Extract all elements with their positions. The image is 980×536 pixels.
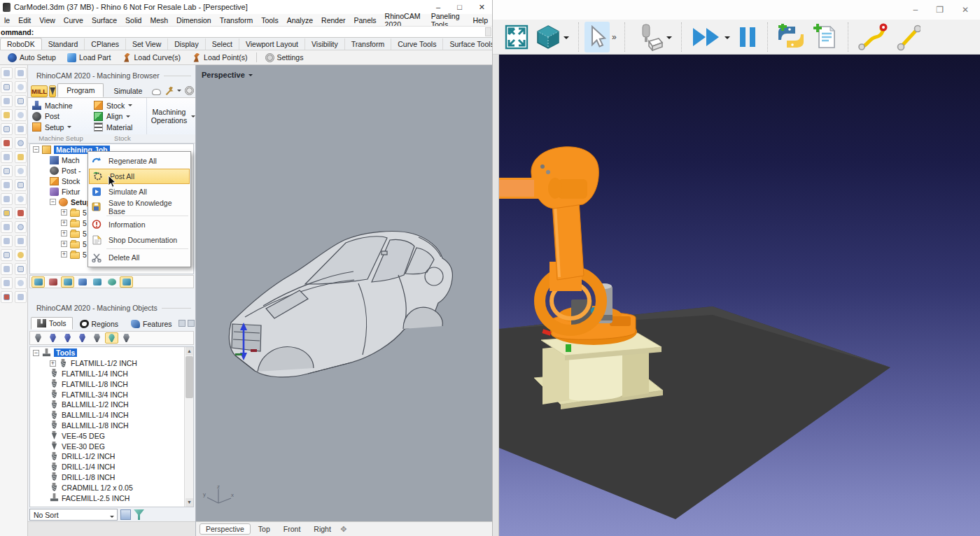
toolbar-tab-viewport-layout[interactable]: Viewport Layout (239, 38, 305, 50)
mill-module-tab[interactable]: MILL (31, 85, 48, 97)
tool-item[interactable]: FLATMILL-1/2 INCH (30, 358, 184, 369)
load-part-button[interactable]: Load Part (62, 52, 116, 63)
rhino-tool-icon[interactable] (15, 81, 27, 93)
collapse-icon[interactable] (33, 350, 39, 356)
select-cursor-button[interactable] (584, 22, 610, 52)
menu-file[interactable]: le (0, 16, 14, 24)
load-points-button[interactable]: Load Point(s) (187, 52, 252, 63)
tab-regions[interactable]: Regions (74, 318, 125, 330)
machining-objects-header[interactable]: RhinoCAM 2020 - Machining Objects (28, 302, 195, 313)
tool-item[interactable]: DRILL-1/4 INCH (30, 462, 184, 472)
tool-action-button[interactable] (31, 332, 45, 344)
tool-action-button[interactable] (105, 332, 118, 344)
material-button[interactable]: Material (94, 122, 146, 132)
collapse-icon[interactable] (50, 199, 56, 205)
rhino-tool-icon[interactable] (1, 81, 13, 93)
settings-button[interactable]: Settings (260, 52, 309, 63)
filter-icon[interactable] (134, 509, 144, 520)
rhino-tool-icon[interactable] (15, 95, 27, 107)
menu-item-simulate-all[interactable]: Simulate All (88, 184, 190, 199)
tool-item[interactable]: BALLMILL-1/8 INCH (30, 421, 184, 431)
rhino-tool-icon[interactable] (1, 235, 13, 247)
car-model-wireframe[interactable] (196, 65, 491, 521)
command-input[interactable]: ommand: (0, 26, 492, 38)
rhino-tool-icon[interactable] (1, 95, 13, 107)
tool-action-button[interactable] (46, 332, 59, 344)
rhino-tool-icon[interactable] (15, 277, 27, 289)
menu-item-save-to-knowledge-base[interactable]: Save to Knowledge Base (88, 199, 190, 215)
toolbar-tab-select[interactable]: Select (206, 38, 239, 50)
tool-item[interactable]: DRILL-1/8 INCH (30, 472, 184, 483)
tool-action-button[interactable] (61, 332, 74, 344)
command-scroll-spinner[interactable] (485, 27, 491, 36)
view-option-button[interactable] (105, 276, 118, 288)
tab-tools[interactable]: Tools (31, 317, 73, 330)
expand-icon[interactable] (61, 230, 67, 237)
menu-item-regenerate-all[interactable]: Regenerate All (88, 153, 190, 169)
tool-item[interactable]: FACEMILL-2.5 INCH (30, 493, 184, 503)
rhino-tool-icon[interactable] (1, 137, 13, 149)
perspective-viewport[interactable]: Perspective (196, 65, 492, 536)
menu-view[interactable]: View (35, 16, 59, 24)
add-python-script-button[interactable] (774, 22, 808, 52)
expand-icon[interactable] (50, 360, 56, 367)
rhino-tool-icon[interactable] (15, 263, 27, 275)
menu-render[interactable]: Render (317, 16, 349, 24)
auto-setup-button[interactable]: Auto Setup (3, 52, 61, 63)
viewport-tab-front[interactable]: Front (278, 524, 307, 534)
add-program-button[interactable] (808, 22, 842, 52)
rhino-tool-icon[interactable] (1, 263, 13, 275)
minimize-button[interactable]: – (436, 3, 440, 12)
tree-item-tools-root[interactable]: Tools (30, 348, 184, 358)
mill-module-icon-tab[interactable] (49, 85, 56, 97)
expand-icon[interactable] (61, 209, 67, 216)
cloud-icon[interactable] (152, 89, 161, 95)
menu-item-information[interactable]: Information (88, 217, 190, 232)
rhino-tool-icon[interactable] (15, 123, 27, 135)
rhino-tool-icon[interactable] (1, 207, 13, 219)
menu-item-delete-all[interactable]: Delete All (88, 250, 190, 265)
rhino-tool-icon[interactable] (15, 207, 27, 219)
tool-item[interactable]: FLATMILL-3/4 INCH (30, 389, 184, 400)
tab-scroll-icon[interactable] (188, 320, 195, 327)
rhino-tool-icon[interactable] (15, 249, 27, 261)
menu-edit[interactable]: Edit (14, 16, 35, 24)
rhino-tool-icon[interactable] (1, 249, 13, 261)
toolbar-tab-display[interactable]: Display (168, 38, 205, 50)
scrollbar-thumb[interactable] (186, 356, 193, 398)
viewport-tab-perspective[interactable]: Perspective (200, 523, 251, 535)
tool-item[interactable]: BALLMILL-1/4 INCH (30, 410, 184, 421)
tool-item[interactable]: VEE-30 DEG (30, 441, 184, 451)
view-option-button[interactable] (90, 276, 104, 288)
align-button[interactable]: Align (94, 111, 146, 122)
minimize-button[interactable]: – (913, 5, 918, 15)
move-robot-button[interactable] (631, 22, 676, 52)
toolbar-tab-transform[interactable]: Transform (345, 38, 391, 50)
rhino-tool-icon[interactable] (1, 165, 13, 177)
menu-item-post-all[interactable]: Post All (89, 169, 190, 184)
wrench-icon[interactable] (164, 86, 174, 95)
rhino-tool-icon[interactable] (15, 165, 27, 177)
menu-curve[interactable]: Curve (59, 16, 88, 24)
machine-button[interactable]: Machine (32, 100, 90, 111)
scrollbar[interactable] (184, 347, 193, 507)
stock-button[interactable]: Stock (94, 100, 146, 111)
pause-button[interactable] (734, 22, 762, 52)
rhino-tool-icon[interactable] (15, 291, 27, 303)
chevron-down-icon[interactable] (724, 36, 730, 42)
tool-action-button[interactable] (120, 332, 133, 344)
toolbar-tab-robodk[interactable]: RoboDK (0, 38, 42, 50)
view-option-button[interactable] (120, 276, 133, 288)
menu-dimension[interactable]: Dimension (172, 16, 216, 24)
sort-dropdown[interactable]: No Sort (29, 509, 118, 521)
load-curves-button[interactable]: Load Curve(s) (118, 52, 186, 63)
machining-browser-header[interactable]: RhinoCAM 2020 - Machining Browser (28, 70, 195, 81)
close-button[interactable]: ✕ (962, 5, 969, 15)
rhino-tool-icon[interactable] (1, 193, 13, 205)
fit-view-button[interactable] (501, 22, 532, 52)
view-option-button[interactable] (31, 276, 45, 288)
menu-surface[interactable]: Surface (88, 16, 121, 24)
rhino-tool-icon[interactable] (1, 123, 13, 135)
close-button[interactable]: ✕ (479, 3, 485, 12)
rhino-tool-icon[interactable] (15, 137, 27, 149)
